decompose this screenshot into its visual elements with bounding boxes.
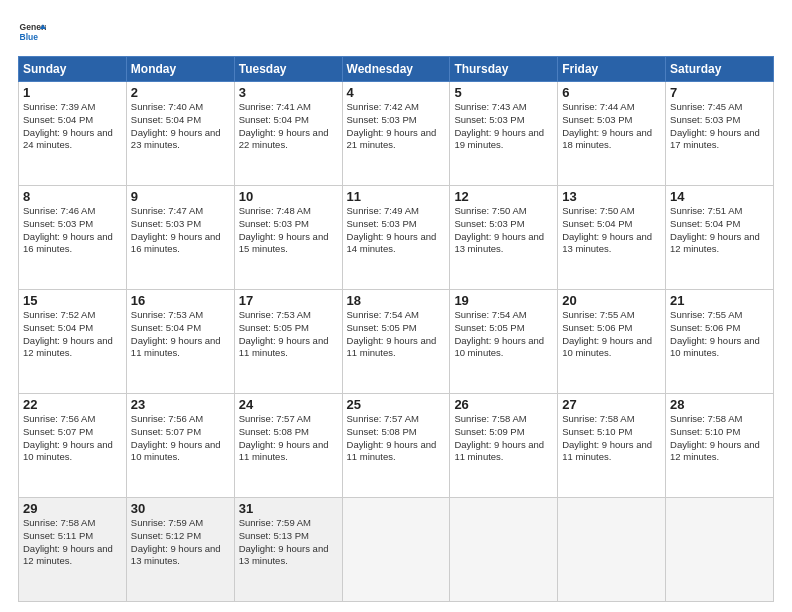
calendar-cell: 11Sunrise: 7:49 AMSunset: 5:03 PMDayligh…	[342, 186, 450, 290]
day-number: 24	[239, 397, 338, 412]
weekday-header-thursday: Thursday	[450, 57, 558, 82]
calendar-cell: 19Sunrise: 7:54 AMSunset: 5:05 PMDayligh…	[450, 290, 558, 394]
calendar-cell: 27Sunrise: 7:58 AMSunset: 5:10 PMDayligh…	[558, 394, 666, 498]
cell-content: Sunrise: 7:58 AMSunset: 5:11 PMDaylight:…	[23, 517, 122, 568]
cell-content: Sunrise: 7:42 AMSunset: 5:03 PMDaylight:…	[347, 101, 446, 152]
day-number: 9	[131, 189, 230, 204]
day-number: 23	[131, 397, 230, 412]
cell-content: Sunrise: 7:50 AMSunset: 5:04 PMDaylight:…	[562, 205, 661, 256]
cell-content: Sunrise: 7:53 AMSunset: 5:04 PMDaylight:…	[131, 309, 230, 360]
day-number: 22	[23, 397, 122, 412]
calendar-cell: 13Sunrise: 7:50 AMSunset: 5:04 PMDayligh…	[558, 186, 666, 290]
day-number: 18	[347, 293, 446, 308]
cell-content: Sunrise: 7:46 AMSunset: 5:03 PMDaylight:…	[23, 205, 122, 256]
cell-content: Sunrise: 7:44 AMSunset: 5:03 PMDaylight:…	[562, 101, 661, 152]
calendar-cell	[666, 498, 774, 602]
calendar-cell: 16Sunrise: 7:53 AMSunset: 5:04 PMDayligh…	[126, 290, 234, 394]
weekday-header-wednesday: Wednesday	[342, 57, 450, 82]
calendar-cell: 24Sunrise: 7:57 AMSunset: 5:08 PMDayligh…	[234, 394, 342, 498]
calendar-cell: 22Sunrise: 7:56 AMSunset: 5:07 PMDayligh…	[19, 394, 127, 498]
day-number: 21	[670, 293, 769, 308]
svg-text:Blue: Blue	[20, 32, 39, 42]
calendar-cell: 26Sunrise: 7:58 AMSunset: 5:09 PMDayligh…	[450, 394, 558, 498]
cell-content: Sunrise: 7:58 AMSunset: 5:09 PMDaylight:…	[454, 413, 553, 464]
calendar-cell: 28Sunrise: 7:58 AMSunset: 5:10 PMDayligh…	[666, 394, 774, 498]
calendar-cell: 21Sunrise: 7:55 AMSunset: 5:06 PMDayligh…	[666, 290, 774, 394]
day-number: 15	[23, 293, 122, 308]
calendar-cell: 15Sunrise: 7:52 AMSunset: 5:04 PMDayligh…	[19, 290, 127, 394]
day-number: 11	[347, 189, 446, 204]
day-number: 3	[239, 85, 338, 100]
calendar-cell: 17Sunrise: 7:53 AMSunset: 5:05 PMDayligh…	[234, 290, 342, 394]
calendar-cell: 20Sunrise: 7:55 AMSunset: 5:06 PMDayligh…	[558, 290, 666, 394]
day-number: 1	[23, 85, 122, 100]
calendar-cell: 8Sunrise: 7:46 AMSunset: 5:03 PMDaylight…	[19, 186, 127, 290]
cell-content: Sunrise: 7:43 AMSunset: 5:03 PMDaylight:…	[454, 101, 553, 152]
cell-content: Sunrise: 7:58 AMSunset: 5:10 PMDaylight:…	[562, 413, 661, 464]
cell-content: Sunrise: 7:56 AMSunset: 5:07 PMDaylight:…	[23, 413, 122, 464]
calendar-table: SundayMondayTuesdayWednesdayThursdayFrid…	[18, 56, 774, 602]
day-number: 16	[131, 293, 230, 308]
day-number: 28	[670, 397, 769, 412]
cell-content: Sunrise: 7:59 AMSunset: 5:13 PMDaylight:…	[239, 517, 338, 568]
calendar-week-2: 8Sunrise: 7:46 AMSunset: 5:03 PMDaylight…	[19, 186, 774, 290]
calendar-cell	[558, 498, 666, 602]
cell-content: Sunrise: 7:53 AMSunset: 5:05 PMDaylight:…	[239, 309, 338, 360]
page: General Blue SundayMondayTuesdayWednesda…	[0, 0, 792, 612]
cell-content: Sunrise: 7:40 AMSunset: 5:04 PMDaylight:…	[131, 101, 230, 152]
day-number: 27	[562, 397, 661, 412]
calendar-cell: 30Sunrise: 7:59 AMSunset: 5:12 PMDayligh…	[126, 498, 234, 602]
calendar-cell	[342, 498, 450, 602]
cell-content: Sunrise: 7:39 AMSunset: 5:04 PMDaylight:…	[23, 101, 122, 152]
day-number: 4	[347, 85, 446, 100]
weekday-header-sunday: Sunday	[19, 57, 127, 82]
cell-content: Sunrise: 7:54 AMSunset: 5:05 PMDaylight:…	[347, 309, 446, 360]
logo-icon: General Blue	[18, 18, 46, 46]
day-number: 5	[454, 85, 553, 100]
cell-content: Sunrise: 7:51 AMSunset: 5:04 PMDaylight:…	[670, 205, 769, 256]
cell-content: Sunrise: 7:47 AMSunset: 5:03 PMDaylight:…	[131, 205, 230, 256]
calendar-week-1: 1Sunrise: 7:39 AMSunset: 5:04 PMDaylight…	[19, 82, 774, 186]
cell-content: Sunrise: 7:52 AMSunset: 5:04 PMDaylight:…	[23, 309, 122, 360]
calendar-cell: 7Sunrise: 7:45 AMSunset: 5:03 PMDaylight…	[666, 82, 774, 186]
day-number: 2	[131, 85, 230, 100]
calendar-cell: 3Sunrise: 7:41 AMSunset: 5:04 PMDaylight…	[234, 82, 342, 186]
cell-content: Sunrise: 7:57 AMSunset: 5:08 PMDaylight:…	[347, 413, 446, 464]
cell-content: Sunrise: 7:58 AMSunset: 5:10 PMDaylight:…	[670, 413, 769, 464]
cell-content: Sunrise: 7:49 AMSunset: 5:03 PMDaylight:…	[347, 205, 446, 256]
day-number: 29	[23, 501, 122, 516]
calendar-cell	[450, 498, 558, 602]
weekday-header-monday: Monday	[126, 57, 234, 82]
day-number: 7	[670, 85, 769, 100]
calendar-week-3: 15Sunrise: 7:52 AMSunset: 5:04 PMDayligh…	[19, 290, 774, 394]
weekday-header-friday: Friday	[558, 57, 666, 82]
calendar-cell: 2Sunrise: 7:40 AMSunset: 5:04 PMDaylight…	[126, 82, 234, 186]
cell-content: Sunrise: 7:57 AMSunset: 5:08 PMDaylight:…	[239, 413, 338, 464]
calendar-cell: 23Sunrise: 7:56 AMSunset: 5:07 PMDayligh…	[126, 394, 234, 498]
day-number: 14	[670, 189, 769, 204]
calendar-cell: 12Sunrise: 7:50 AMSunset: 5:03 PMDayligh…	[450, 186, 558, 290]
header: General Blue	[18, 18, 774, 46]
day-number: 31	[239, 501, 338, 516]
cell-content: Sunrise: 7:54 AMSunset: 5:05 PMDaylight:…	[454, 309, 553, 360]
day-number: 12	[454, 189, 553, 204]
day-number: 20	[562, 293, 661, 308]
day-number: 6	[562, 85, 661, 100]
cell-content: Sunrise: 7:59 AMSunset: 5:12 PMDaylight:…	[131, 517, 230, 568]
calendar-cell: 5Sunrise: 7:43 AMSunset: 5:03 PMDaylight…	[450, 82, 558, 186]
day-number: 10	[239, 189, 338, 204]
cell-content: Sunrise: 7:55 AMSunset: 5:06 PMDaylight:…	[562, 309, 661, 360]
cell-content: Sunrise: 7:55 AMSunset: 5:06 PMDaylight:…	[670, 309, 769, 360]
weekday-header-saturday: Saturday	[666, 57, 774, 82]
calendar-cell: 29Sunrise: 7:58 AMSunset: 5:11 PMDayligh…	[19, 498, 127, 602]
calendar-week-4: 22Sunrise: 7:56 AMSunset: 5:07 PMDayligh…	[19, 394, 774, 498]
calendar-cell: 18Sunrise: 7:54 AMSunset: 5:05 PMDayligh…	[342, 290, 450, 394]
calendar-cell: 25Sunrise: 7:57 AMSunset: 5:08 PMDayligh…	[342, 394, 450, 498]
cell-content: Sunrise: 7:50 AMSunset: 5:03 PMDaylight:…	[454, 205, 553, 256]
calendar-cell: 10Sunrise: 7:48 AMSunset: 5:03 PMDayligh…	[234, 186, 342, 290]
day-number: 17	[239, 293, 338, 308]
cell-content: Sunrise: 7:41 AMSunset: 5:04 PMDaylight:…	[239, 101, 338, 152]
day-number: 8	[23, 189, 122, 204]
calendar-cell: 31Sunrise: 7:59 AMSunset: 5:13 PMDayligh…	[234, 498, 342, 602]
logo: General Blue	[18, 18, 46, 46]
